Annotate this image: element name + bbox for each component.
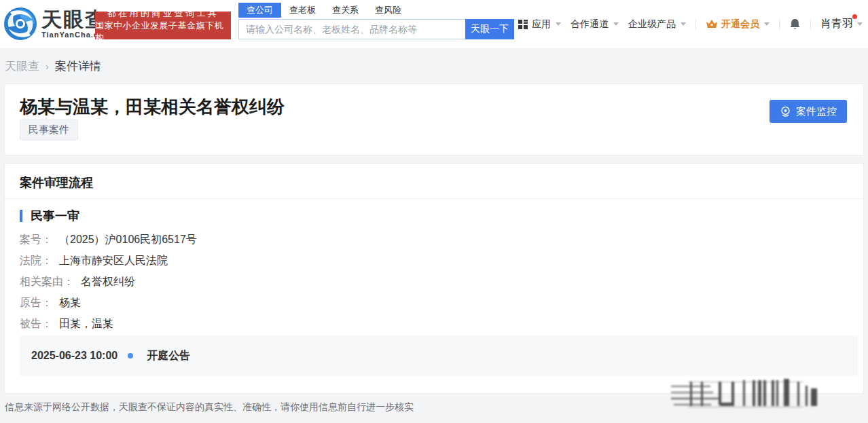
breadcrumb: 天眼查 › 案件详情	[0, 48, 868, 84]
chevron-down-icon	[556, 22, 561, 26]
chevron-down-icon	[681, 22, 686, 26]
section-title: 案件审理流程	[20, 174, 93, 191]
nav-divider	[779, 19, 780, 30]
nav-apps-label: 应用	[532, 18, 551, 31]
slogan-line1: 都在用的商业查询工具	[107, 7, 219, 20]
timeline-dot-icon	[128, 353, 133, 358]
field-value: （2025）沪0106民初6517号	[59, 234, 197, 245]
nav-divider	[810, 19, 811, 30]
field-label: 被告：	[20, 318, 52, 329]
field-label: 法院：	[20, 255, 52, 266]
search-input[interactable]	[238, 19, 465, 39]
nav-apps[interactable]: 应用	[518, 18, 561, 31]
stage-title: 民事一审	[31, 208, 79, 224]
notification-bell[interactable]	[789, 18, 801, 31]
breadcrumb-home[interactable]: 天眼查	[5, 58, 39, 74]
field-value: 名誉权纠纷	[81, 276, 135, 287]
field-defendant: 被告： 田某，温某	[20, 318, 197, 329]
search-tab-boss[interactable]: 查老板	[281, 3, 324, 18]
breadcrumb-separator: ›	[46, 60, 49, 72]
footer-disclaimer: 信息来源于网络公开数据，天眼查不保证内容的真实性、准确性，请你使用信息前自行进一…	[5, 401, 414, 413]
case-type-badge: 民事案件	[20, 119, 78, 141]
timeline-item: 2025-06-23 10:00 开庭公告	[20, 335, 858, 376]
crown-icon	[706, 19, 718, 29]
monitor-camera-icon	[780, 106, 791, 117]
slogan-line2: 国家中小企业发展子基金旗下机构	[95, 20, 231, 44]
nav-vip-label: 开通会员	[721, 18, 759, 31]
brand-slogan-badge: 都在用的商业查询工具 国家中小企业发展子基金旗下机构	[95, 12, 231, 39]
search-tab-risk[interactable]: 查风险	[367, 3, 410, 18]
top-nav: 应用 合作通道 企业级产品 开通会员	[518, 0, 863, 48]
case-monitor-label: 案件监控	[796, 105, 837, 118]
search-tab-relation[interactable]: 查关系	[324, 3, 367, 18]
field-label: 案号：	[20, 234, 52, 245]
field-label: 原告：	[20, 297, 52, 308]
case-monitor-button[interactable]: 案件监控	[770, 100, 847, 123]
chevron-down-icon	[764, 22, 770, 26]
field-court: 法院： 上海市静安区人民法院	[20, 255, 197, 266]
notification-dot	[852, 14, 857, 19]
case-process-card: 案件审理流程 民事一审 案号： （2025）沪0106民初6517号 法院： 上…	[4, 163, 864, 394]
top-header: 天眼查 TianYanCha.com 都在用的商业查询工具 国家中小企业发展子基…	[0, 0, 868, 48]
field-case-number: 案号： （2025）沪0106民初6517号	[20, 234, 197, 245]
section-divider	[5, 198, 863, 199]
case-title-card: 杨某与温某，田某相关名誉权纠纷 民事案件 案件监控	[4, 84, 864, 155]
breadcrumb-current: 案件详情	[55, 58, 101, 74]
chevron-down-icon	[857, 22, 863, 26]
chevron-down-icon	[613, 22, 619, 26]
nav-divider	[695, 19, 696, 30]
search-area: 查公司 查老板 查关系 查风险 天眼一下	[238, 3, 514, 39]
search-button[interactable]: 天眼一下	[465, 19, 514, 39]
username: 肖青羽	[820, 17, 853, 31]
timeline-datetime: 2025-06-23 10:00	[31, 350, 117, 362]
field-value: 上海市静安区人民法院	[59, 255, 168, 266]
field-cause: 相关案由： 名誉权纠纷	[20, 276, 197, 287]
nav-enterprise-label: 企业级产品	[628, 18, 676, 31]
field-value: 杨某	[59, 297, 81, 308]
tianyancha-eye-icon	[3, 7, 37, 41]
timeline-event: 开庭公告	[147, 349, 190, 363]
nav-vip-upgrade[interactable]: 开通会员	[706, 18, 770, 31]
bell-icon	[789, 18, 801, 31]
user-menu[interactable]: 肖青羽	[820, 17, 863, 31]
nav-partner-label: 合作通道	[571, 18, 609, 31]
search-tab-company[interactable]: 查公司	[238, 3, 281, 18]
nav-enterprise-products[interactable]: 企业级产品	[628, 18, 686, 31]
stage-accent-bar	[20, 210, 22, 222]
field-value: 田某，温某	[59, 318, 113, 329]
case-fields: 案号： （2025）沪0106民初6517号 法院： 上海市静安区人民法院 相关…	[20, 234, 197, 339]
case-title: 杨某与温某，田某相关名誉权纠纷	[20, 95, 285, 119]
search-tabs: 查公司 查老板 查关系 查风险	[238, 3, 514, 18]
apps-grid-icon	[518, 19, 528, 30]
field-label: 相关案由：	[20, 276, 74, 287]
field-plaintiff: 原告： 杨某	[20, 297, 197, 308]
nav-partner-channel[interactable]: 合作通道	[571, 18, 619, 31]
stage-header: 民事一审	[20, 208, 79, 224]
